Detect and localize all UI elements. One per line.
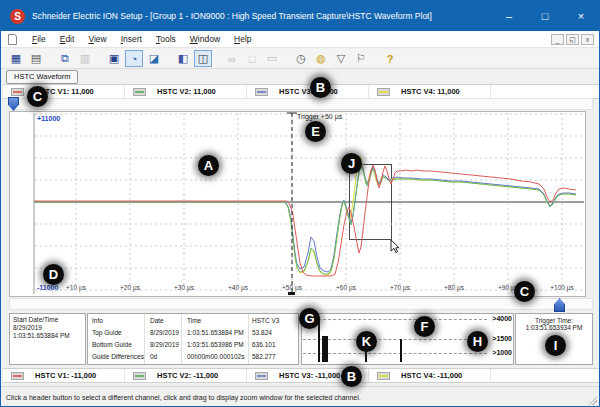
guide-table-header: Date <box>150 317 164 324</box>
channel-color-swatch <box>377 88 390 96</box>
gauge-view-icon[interactable]: ◔ <box>125 50 143 67</box>
globe-icon[interactable]: ◍ <box>312 50 330 67</box>
y-axis-max-label: +11000 <box>37 115 60 122</box>
toolbar: ▦▤⧉▥▣◔◪◧◫∞□▭◷◍▽⚐? <box>1 49 599 69</box>
document-icon <box>8 34 17 45</box>
maximize-button[interactable]: □ <box>527 1 563 31</box>
x-axis-label: +40 µs <box>216 284 260 291</box>
guide-table-cell: 8/29/2019 <box>150 329 179 336</box>
annotation-badge-a: A <box>198 155 219 176</box>
guide-table-cell: 00h00m00.000102s <box>187 353 244 360</box>
annotation-badge-e: E <box>305 121 326 142</box>
channel-header-top-v1[interactable]: HSTC V1: 11,000 <box>3 85 125 98</box>
annotation-badge-j: J <box>341 153 362 174</box>
guide-table-cell: Guide Differences <box>92 353 144 360</box>
guide-info-table: InfoDateTimeHSTC V3Top Guide8/29/20191:0… <box>87 313 299 365</box>
annotation-badge-h: H <box>467 331 488 352</box>
minimize-button[interactable]: – <box>491 1 527 31</box>
channel-header-label: HSTC V4: 11,000 <box>401 87 460 96</box>
channel-color-swatch <box>133 372 146 380</box>
close-button[interactable]: × <box>563 1 599 31</box>
menu-tools[interactable]: Tools <box>149 34 183 44</box>
waveform-plot-area[interactable] <box>9 111 586 297</box>
menu-items: FileEditViewInsertToolsWindowHelp <box>25 34 259 44</box>
channel-header-row-top: HSTC V1: 11,000HSTC V2: 11,000HSTC V3: 1… <box>3 84 599 99</box>
report-preview-icon[interactable]: ◫ <box>194 50 212 67</box>
tab-hstc-waveform[interactable]: HSTC Waveform <box>6 70 78 84</box>
app-window: S Schneider Electric ION Setup - [Group … <box>0 0 600 407</box>
status-text: Click a header button to select a differ… <box>6 394 361 401</box>
annotation-badge-d: D <box>43 264 64 285</box>
annotation-badge-c: C <box>27 86 48 107</box>
channel-header-row-bottom: HSTC V1: -11,000HSTC V2: -11,000HSTC V3:… <box>3 368 599 383</box>
channel-header-bottom-v2[interactable]: HSTC V2: -11,000 <box>125 369 247 382</box>
app-icon: S <box>10 9 25 24</box>
resize-grip[interactable] <box>588 396 597 405</box>
start-time: 1:03:51.653884 PM <box>13 332 70 339</box>
mdi-minimize-button[interactable]: _ <box>551 34 564 45</box>
zoom-selection-rectangle[interactable] <box>349 164 392 240</box>
annotation-badge-c: C <box>514 281 535 302</box>
clock-icon[interactable]: ◷ <box>292 50 310 67</box>
histogram-threshold-label: >1000 <box>484 349 512 356</box>
menu-edit[interactable]: Edit <box>53 34 82 44</box>
meter-setup-icon[interactable]: ▣ <box>105 50 123 67</box>
x-axis-label: +10 µs <box>54 284 98 291</box>
link-icon: ∞ <box>223 50 241 67</box>
bottom-guide-slider-track[interactable] <box>9 298 593 310</box>
annotation-badge-i: I <box>545 335 566 356</box>
guide-table-cell: 582.277 <box>252 353 276 360</box>
meter-send-icon[interactable]: ◪ <box>145 50 163 67</box>
title-bar: S Schneider Electric ION Setup - [Group … <box>1 1 599 31</box>
histogram-gridline <box>303 339 487 340</box>
help-key-icon[interactable]: ? <box>381 50 399 67</box>
menu-file[interactable]: File <box>25 34 53 44</box>
top-guide-slider-track[interactable] <box>9 98 593 110</box>
menu-view[interactable]: View <box>81 34 113 44</box>
channel-header-top-v3[interactable]: HSTC V3: 11,000 <box>247 85 369 98</box>
channel-color-swatch <box>255 88 268 96</box>
guide-table-cell: Bottom Guide <box>92 341 132 348</box>
menu-window[interactable]: Window <box>183 34 227 44</box>
mdi-restore-button[interactable]: ◱ <box>566 34 579 45</box>
mdi-close-button[interactable]: x <box>581 34 594 45</box>
histogram-threshold-label: >1500 <box>484 335 512 342</box>
channel-color-swatch <box>377 372 390 380</box>
menu-help[interactable]: Help <box>227 34 258 44</box>
start-datetime-panel: Start Date/Time 8/29/2019 1:03:51.653884… <box>9 313 86 365</box>
save-icon[interactable]: ▦ <box>7 50 25 67</box>
menu-insert[interactable]: Insert <box>114 34 149 44</box>
trigger-time-value: 1:03:51.653934 PM <box>516 324 592 331</box>
guide-table-header: HSTC V3 <box>252 317 279 324</box>
monitor-icon[interactable]: ◧ <box>174 50 192 67</box>
guide-table-header: Time <box>187 317 201 324</box>
channel-header-top-v2[interactable]: HSTC V2: 11,000 <box>125 85 247 98</box>
guide-table-cell: 1:03:51.653986 PM <box>187 341 244 348</box>
status-bar: Click a header button to select a differ… <box>1 386 599 407</box>
channel-header-label: HSTC V4: -11,000 <box>401 371 462 380</box>
channel-header-bottom-v1[interactable]: HSTC V1: -11,000 <box>3 369 125 382</box>
guide-table-cell: 1:03:51.653884 PM <box>187 329 244 336</box>
x-axis-label: +100 µs <box>540 284 584 291</box>
table-column-divider <box>144 314 145 364</box>
x-axis-label: +80 µs <box>432 284 476 291</box>
paste-icon: ▥ <box>76 50 94 67</box>
guide-table-header: Info <box>92 317 103 324</box>
annotation-badge-b: B <box>341 366 362 387</box>
trigger-label: Trigger +50 µs <box>297 113 342 120</box>
channel-header-top-v4[interactable]: HSTC V4: 11,000 <box>369 85 491 98</box>
flag-icon[interactable]: ⚐ <box>352 50 370 67</box>
channel-header-label: HSTC V1: -11,000 <box>35 371 96 380</box>
tab-strip: HSTC Waveform <box>1 70 599 84</box>
guide-table-cell: 53.824 <box>252 329 272 336</box>
table-column-divider <box>181 314 182 364</box>
menu-bar: FileEditViewInsertToolsWindowHelp _◱x <box>1 31 599 48</box>
print-icon[interactable]: ▤ <box>27 50 45 67</box>
filter-icon[interactable]: ▽ <box>332 50 350 67</box>
histogram-threshold-label: >4000 <box>484 315 512 322</box>
x-axis-label: +20 µs <box>108 284 152 291</box>
counter-icon: ▭ <box>263 50 281 67</box>
guide-table-cell: 636.101 <box>252 341 276 348</box>
channel-header-bottom-v4[interactable]: HSTC V4: -11,000 <box>369 369 491 382</box>
copy-icon[interactable]: ⧉ <box>56 50 74 67</box>
